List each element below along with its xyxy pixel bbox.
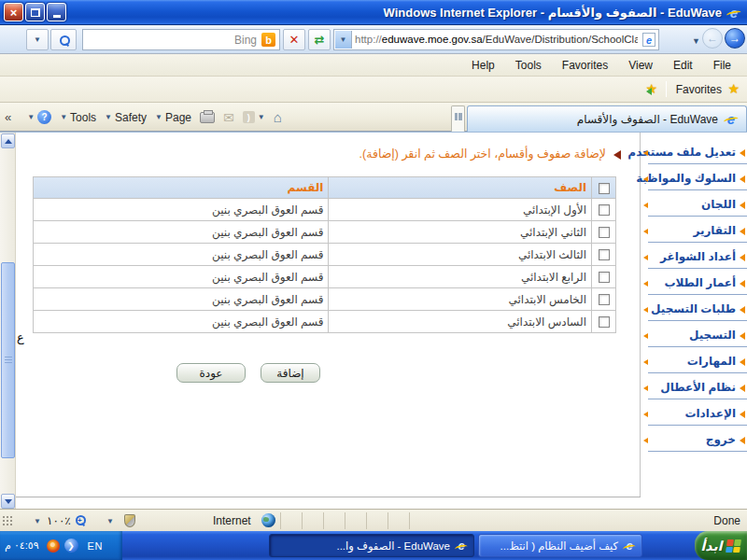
select-all-checkbox[interactable]: [599, 183, 610, 194]
menu-item[interactable]: Help: [463, 56, 503, 75]
back-button[interactable]: →: [725, 28, 745, 49]
forward-button[interactable]: ←: [702, 28, 723, 49]
menu-item[interactable]: File: [705, 56, 740, 75]
table-header-row: الصف القسم: [34, 177, 616, 199]
language-indicator[interactable]: EN: [88, 540, 103, 552]
sidebar-item[interactable]: المهارات: [642, 347, 747, 373]
item-arrow-icon: [740, 358, 745, 366]
chevron-down-icon: ▼: [105, 113, 112, 121]
item-left-arrow-icon: [643, 150, 648, 156]
clock[interactable]: ٠٤:٥٩ م: [5, 539, 39, 552]
home-icon: ⌂: [274, 109, 282, 125]
class-cell: الأول الإبتدائي: [329, 199, 592, 221]
main-pane: لإضافة صفوف وأقسام، اختر الصف ثم انقر (إ…: [16, 133, 640, 510]
back-form-button[interactable]: عودة: [176, 363, 246, 383]
refresh-button[interactable]: ⇄: [308, 29, 331, 50]
start-button[interactable]: ابدأ: [695, 531, 747, 560]
address-history-dropdown[interactable]: ▼: [335, 31, 352, 49]
sidebar-item[interactable]: التقارير: [642, 217, 747, 243]
statusbar-panels: [280, 512, 411, 529]
security-zone-label: Internet: [213, 514, 251, 527]
search-go-button[interactable]: [50, 29, 77, 50]
system-tray: ٠٤:٥٩ م ❯ EN: [0, 531, 122, 560]
row-checkbox[interactable]: [599, 316, 610, 328]
resize-grip[interactable]: [2, 515, 13, 526]
rss-icon: ): [243, 111, 255, 123]
show-hidden-icons-button[interactable]: ❯: [64, 539, 78, 553]
add-favorite-button[interactable]: ★: [645, 81, 657, 96]
item-arrow-icon: [740, 411, 745, 418]
favorites-bar: ★ Favorites ★: [0, 77, 747, 103]
sidebar-item[interactable]: أعداد الشواغر: [642, 243, 747, 269]
print-button[interactable]: [200, 112, 215, 123]
sidebar-item-label: السلوك والمواظبة: [636, 172, 736, 185]
item-left-arrow-icon: [643, 359, 648, 365]
menu-item[interactable]: Tools: [507, 56, 550, 75]
restore-icon: [31, 8, 40, 17]
home-button[interactable]: ⌂: [274, 109, 282, 125]
search-options-dropdown[interactable]: ▼: [26, 29, 49, 50]
load-status: Done: [713, 514, 740, 527]
page-menu-button[interactable]: ▼Page: [155, 111, 191, 124]
sidebar-item[interactable]: أعمار الطلاب: [642, 269, 747, 295]
address-input[interactable]: ▼ http://eduwave.moe.gov.sa/EduWave/Dist…: [333, 29, 659, 50]
window-title: EduWave - الصفوف والأقسام - Windows Inte…: [384, 6, 722, 20]
sidebar-item[interactable]: نظام الأعطال: [642, 373, 747, 399]
sidebar-item[interactable]: السلوك والمواظبة: [642, 164, 747, 190]
zoom-dropdown[interactable]: ▼: [34, 517, 41, 525]
row-checkbox[interactable]: [599, 249, 610, 260]
recent-pages-dropdown[interactable]: ▼: [692, 36, 700, 46]
protected-mode-dropdown[interactable]: ▼: [106, 517, 114, 525]
sidebar-item[interactable]: اللجان: [642, 190, 747, 217]
zoom-level[interactable]: ١٠٠٪: [47, 514, 71, 527]
favorites-button[interactable]: Favorites: [676, 83, 722, 96]
scrollbar-thumb[interactable]: [1, 262, 15, 458]
page-content: تعديل ملف مستخدم السلوك والمواظبة اللجان: [0, 132, 747, 509]
item-left-arrow-icon: [643, 176, 648, 182]
menu-item[interactable]: View: [620, 56, 661, 75]
sidebar-item[interactable]: الإعدادات: [642, 399, 747, 426]
scroll-up-button[interactable]: [1, 133, 15, 148]
item-arrow-icon: [740, 332, 745, 340]
taskbar-button-eduwave[interactable]: e EduWave - الصفوف وا...: [269, 534, 474, 557]
menu-item[interactable]: Edit: [665, 56, 701, 75]
collapse-chevron-icon[interactable]: «: [5, 110, 11, 124]
sidebar-item[interactable]: طلبات التسجيل: [642, 295, 747, 321]
feeds-button[interactable]: )▼: [243, 111, 265, 123]
email-button[interactable]: ✉: [223, 110, 234, 125]
row-checkbox[interactable]: [599, 227, 610, 238]
stop-button[interactable]: ✕: [283, 29, 305, 50]
row-checkbox[interactable]: [599, 204, 610, 216]
help-menu-button[interactable]: ▼?: [27, 110, 51, 124]
tray-app-icon[interactable]: [47, 539, 60, 553]
search-icon: [59, 35, 68, 45]
safety-menu-button[interactable]: ▼Safety: [105, 111, 147, 124]
section-cell: قسم العوق البصري بنين: [34, 221, 329, 244]
windows-flag-icon: [726, 539, 741, 553]
scroll-down-button[interactable]: [1, 494, 15, 509]
taskbar-button-help[interactable]: e كيف أضيف النظام ( انتظ...: [478, 534, 642, 557]
sidebar-item-label: أعمار الطلاب: [664, 276, 736, 289]
table-row: الأول الإبتدائي قسم العوق البصري بنين: [34, 199, 616, 221]
title-bar: × e EduWave - الصفوف والأقسام - Windows …: [0, 0, 747, 25]
tools-menu-button[interactable]: ▼Tools: [60, 111, 96, 124]
sidebar-item[interactable]: خروج: [642, 426, 747, 452]
quick-tabs-button[interactable]: [451, 105, 465, 132]
column-header-section: القسم: [34, 177, 329, 199]
sidebar-item-label: التقارير: [693, 224, 736, 237]
search-input[interactable]: Bing b: [82, 29, 280, 50]
vertical-scrollbar[interactable]: [0, 133, 16, 510]
row-checkbox[interactable]: [599, 272, 610, 283]
restore-button[interactable]: [25, 3, 45, 21]
sidebar-menu: تعديل ملف مستخدم السلوك والمواظبة اللجان: [642, 138, 747, 452]
menu-item[interactable]: Favorites: [554, 56, 616, 75]
item-arrow-icon: [740, 254, 745, 261]
sidebar-item[interactable]: التسجيل: [642, 321, 747, 347]
tab-eduwave[interactable]: e EduWave - الصفوف والأقسام: [467, 105, 747, 132]
close-button[interactable]: ×: [4, 3, 23, 21]
row-checkbox[interactable]: [599, 294, 610, 305]
minimize-button[interactable]: [47, 3, 66, 21]
add-button[interactable]: إضافة: [261, 363, 320, 383]
sidebar-item[interactable]: تعديل ملف مستخدم: [642, 138, 747, 164]
section-cell: قسم العوق البصري بنين: [34, 199, 329, 221]
